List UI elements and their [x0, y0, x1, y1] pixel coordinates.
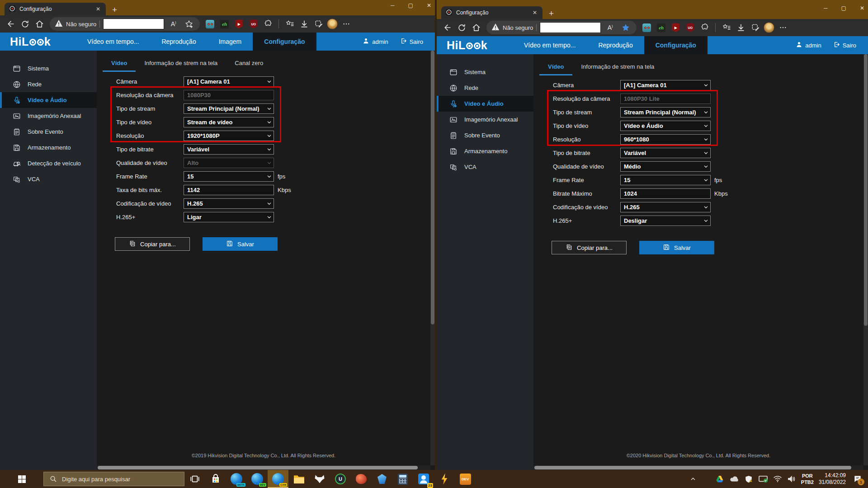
refresh-icon[interactable]: [456, 22, 468, 34]
select-tipo-de-stream[interactable]: Stream Principal (Normal): [184, 103, 274, 114]
copy-to-button[interactable]: Copiar para...: [552, 241, 627, 254]
select-h-265-[interactable]: Desligar: [620, 216, 711, 226]
u-browser-button[interactable]: U: [330, 470, 351, 488]
horizontal-scrollbar[interactable]: [97, 465, 430, 470]
select-tipo-de-bitrate[interactable]: Variável: [184, 144, 274, 155]
new-tab-button[interactable]: +: [112, 5, 117, 14]
select-resolu-o[interactable]: 960*1080: [620, 134, 711, 145]
vertical-scrollbar-thumb[interactable]: [864, 54, 868, 326]
select-frame-rate[interactable]: 15: [620, 175, 711, 185]
horizontal-scrollbar-thumb[interactable]: [534, 466, 851, 469]
logout-button[interactable]: Sairo: [833, 41, 856, 49]
select-c-mera[interactable]: [A1] Camera 01: [184, 76, 274, 87]
collections-icon[interactable]: [283, 18, 296, 30]
sidebar-item-sistema[interactable]: Sistema: [437, 64, 533, 80]
nav-item-4[interactable]: Configuração: [253, 33, 316, 51]
close-button[interactable]: ✕: [427, 2, 431, 9]
close-button[interactable]: ✕: [860, 5, 864, 11]
robot-extension-icon[interactable]: [204, 18, 216, 30]
back-icon[interactable]: [441, 22, 453, 34]
browser-tab[interactable]: Configuração✕: [441, 6, 542, 19]
select-frame-rate[interactable]: 15: [184, 171, 274, 182]
save-button[interactable]: Salvar: [203, 237, 278, 251]
select-qualidade-de-v-deo[interactable]: Médio: [620, 161, 711, 172]
search-input[interactable]: [62, 476, 166, 483]
sidebar-item-detec-o-de-ve-culo[interactable]: Detecção de veículo: [0, 155, 97, 171]
chevron-up-icon[interactable]: [689, 475, 698, 483]
sidebar-item-imagem-rio-anexaal[interactable]: Imagemório Anexaal: [437, 112, 533, 127]
notification-center-button[interactable]: 1: [851, 474, 864, 483]
sidebar-item-v-deo-e-udio[interactable]: Vídeo e Áudio: [437, 96, 533, 112]
dragon-app-button[interactable]: [351, 470, 372, 488]
page-tab-2[interactable]: Informação de strem na tela: [136, 56, 226, 72]
select-h-265-[interactable]: Ligar: [184, 212, 274, 222]
refresh-icon[interactable]: [19, 18, 31, 30]
edge-dev-button[interactable]: DEV: [247, 470, 268, 488]
onedrive-icon[interactable]: [729, 476, 739, 482]
ms-store-button[interactable]: [205, 470, 226, 488]
lightning-app-button[interactable]: [434, 470, 455, 488]
tab-close-icon[interactable]: ✕: [531, 9, 538, 16]
page-tab-3[interactable]: Canal zero: [226, 56, 272, 72]
nav-item-1[interactable]: Vídeo em tempo...: [513, 36, 587, 54]
sidebar-item-vca[interactable]: VCA: [0, 171, 97, 187]
new-tab-button[interactable]: +: [549, 9, 554, 18]
wifi-icon[interactable]: [773, 475, 782, 483]
sidebar-item-rede[interactable]: Rede: [0, 76, 97, 92]
people-app-button[interactable]: 23: [413, 470, 434, 488]
cast-screen-icon[interactable]: [758, 475, 768, 483]
save-button[interactable]: Salvar: [639, 241, 714, 254]
volume-icon[interactable]: [787, 475, 796, 483]
edge-beta-button[interactable]: BETA: [226, 470, 247, 488]
select-resolu-o[interactable]: 1920*1080P: [184, 131, 274, 141]
select-tipo-de-bitrate[interactable]: Variável: [620, 148, 711, 158]
read-aloud-icon[interactable]: A): [167, 18, 179, 30]
page-tab-1[interactable]: Vídeo: [539, 60, 572, 75]
downloads-icon[interactable]: [735, 22, 747, 34]
edge-canary-button[interactable]: CAN: [268, 470, 288, 488]
gdrive-icon[interactable]: [715, 475, 724, 483]
eh-extension-icon[interactable]: eh: [655, 22, 667, 34]
web-capture-icon[interactable]: [749, 22, 761, 34]
profile-avatar[interactable]: [327, 19, 338, 29]
horizontal-scrollbar-thumb[interactable]: [98, 466, 418, 469]
vertical-scrollbar-thumb[interactable]: [431, 51, 434, 324]
home-icon[interactable]: [470, 22, 482, 34]
maximize-button[interactable]: ▢: [408, 2, 413, 9]
nav-item-2[interactable]: Reprodução: [587, 36, 644, 54]
ublock-origin-icon[interactable]: UO: [247, 18, 259, 30]
minimize-button[interactable]: ─: [824, 5, 828, 11]
extensions-puzzle-icon[interactable]: [698, 22, 711, 34]
calculator-button[interactable]: [392, 470, 413, 488]
select-c-mera[interactable]: [A1] Camera 01: [620, 80, 711, 90]
read-aloud-icon[interactable]: A): [604, 22, 616, 34]
input-taxa-de-bits-m-x-[interactable]: 1142: [184, 185, 274, 195]
dev-box-button[interactable]: DEV: [455, 470, 476, 488]
vertical-scrollbar[interactable]: [430, 51, 435, 465]
nav-item-3[interactable]: Imagem: [208, 33, 253, 51]
nav-item-1[interactable]: Vídeo em tempo...: [76, 33, 150, 51]
sidebar-item-sobre-evento[interactable]: Sobre Evento: [0, 124, 97, 140]
more-menu-icon[interactable]: [340, 18, 352, 30]
web-capture-icon[interactable]: [312, 18, 325, 30]
input-bitrate-m-ximo[interactable]: 1024: [620, 188, 711, 199]
select-tipo-de-v-deo[interactable]: Stream de vídeo: [184, 117, 274, 127]
profile-avatar[interactable]: [764, 22, 774, 33]
sidebar-item-armazenamento[interactable]: Armazenamento: [0, 140, 97, 155]
vertical-scrollbar[interactable]: [863, 54, 868, 465]
sidebar-item-imagem-rio-anexaal[interactable]: Imagemório Anexaal: [0, 108, 97, 124]
video-play-extension-icon[interactable]: ▶: [233, 18, 245, 30]
select-tipo-de-stream[interactable]: Stream Principal (Normal): [620, 107, 711, 117]
copy-to-button[interactable]: Copiar para...: [115, 237, 190, 251]
more-menu-icon[interactable]: [777, 22, 789, 34]
ublock-origin-icon[interactable]: UO: [684, 22, 696, 34]
star-add-icon[interactable]: [183, 18, 195, 30]
language-indicator[interactable]: POR PTB2: [801, 473, 814, 485]
taskbar-clock[interactable]: 14:42:09 31/08/2022: [819, 472, 846, 486]
select-tipo-de-v-deo[interactable]: Vídeo e Áudio: [620, 121, 711, 131]
logout-button[interactable]: Sairo: [400, 38, 423, 46]
sidebar-item-sobre-evento[interactable]: Sobre Evento: [437, 127, 533, 143]
browser-tab[interactable]: Configuração✕: [5, 3, 106, 15]
extensions-puzzle-icon[interactable]: [262, 18, 274, 30]
file-explorer-button[interactable]: [288, 470, 309, 488]
